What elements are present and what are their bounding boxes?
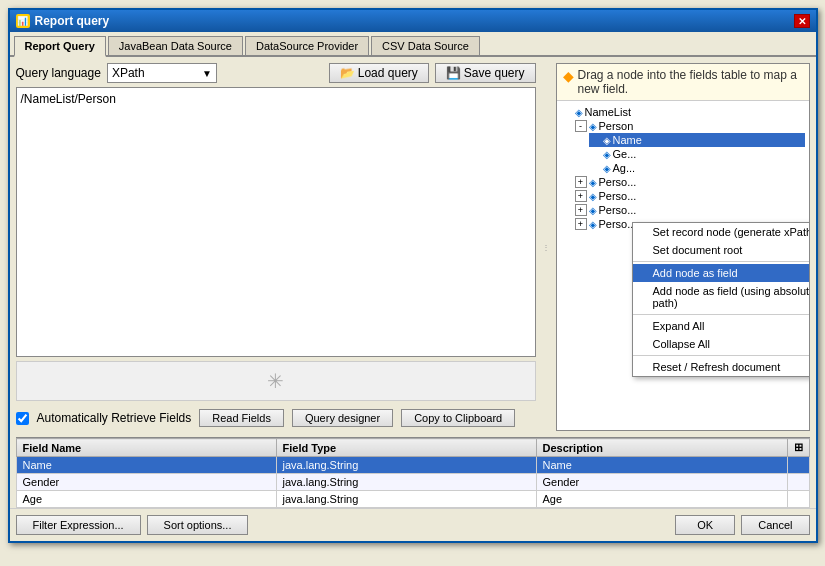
dropdown-arrow-icon: ▼	[202, 68, 212, 79]
loading-area: ✳	[16, 361, 536, 401]
spinner-icon: ✳	[267, 369, 284, 393]
main-content: Query language XPath ▼ 📂 Load query 💾 Sa…	[10, 57, 816, 437]
cell-scroll	[787, 491, 809, 508]
retrieve-fields-row: Automatically Retrieve Fields Read Field…	[16, 405, 536, 431]
hint-area: ◆ Drag a node into the fields table to m…	[557, 64, 809, 101]
node-icon: ◈	[603, 135, 611, 146]
hint-text: Drag a node into the fields table to map…	[578, 68, 803, 96]
node-icon: ◈	[589, 219, 597, 230]
ctx-reset-refresh[interactable]: Reset / Refresh document	[633, 358, 810, 376]
tree-node-label: Perso...	[599, 204, 637, 216]
title-bar: 📊 Report query ✕	[10, 10, 816, 32]
tree-node-person[interactable]: - ◈ Person	[575, 119, 805, 133]
cell-description: Gender	[536, 474, 787, 491]
cell-field-name: Age	[16, 491, 276, 508]
tab-bar: Report Query JavaBean Data Source DataSo…	[10, 32, 816, 57]
ctx-separator1	[633, 261, 810, 262]
sort-options-button[interactable]: Sort options...	[147, 515, 249, 535]
save-icon: 💾	[446, 66, 461, 80]
tree-expander[interactable]: +	[575, 190, 587, 202]
table-row[interactable]: Name java.lang.String Name	[16, 457, 809, 474]
splitter[interactable]: ⋮	[542, 63, 550, 431]
node-icon: ◈	[575, 107, 583, 118]
query-language-row: Query language XPath ▼ 📂 Load query 💾 Sa…	[16, 63, 536, 83]
ctx-separator2	[633, 314, 810, 315]
ctx-collapse-all[interactable]: Collapse All	[633, 335, 810, 353]
tree-node-label: Ge...	[613, 148, 637, 160]
load-icon: 📂	[340, 66, 355, 80]
main-window: 📊 Report query ✕ Report Query JavaBean D…	[8, 8, 818, 543]
tree-node-label: Perso...	[599, 176, 637, 188]
tree-node-label: Ag...	[613, 162, 636, 174]
filter-expression-button[interactable]: Filter Expression...	[16, 515, 141, 535]
tree-node-person4[interactable]: + ◈ Perso...	[575, 203, 805, 217]
tree-expander[interactable]: +	[575, 176, 587, 188]
close-button[interactable]: ✕	[794, 14, 810, 28]
cancel-button[interactable]: Cancel	[741, 515, 809, 535]
tab-datasource-provider[interactable]: DataSource Provider	[245, 36, 369, 55]
tree-node-name[interactable]: ◈ Name	[589, 133, 805, 147]
ctx-add-node-absolute[interactable]: Add node as field (using absolute path)	[633, 282, 810, 312]
col-field-type: Field Type	[276, 439, 536, 457]
bottom-right-buttons: OK Cancel	[675, 515, 809, 535]
copy-clipboard-button[interactable]: Copy to Clipboard	[401, 409, 515, 427]
cell-description: Name	[536, 457, 787, 474]
fields-table: Field Name Field Type Description ⊞ Name…	[16, 438, 810, 508]
node-icon: ◈	[603, 149, 611, 160]
context-menu: Set record node (generate xPath) Set doc…	[632, 222, 810, 377]
tree-node-label: Person	[599, 120, 634, 132]
table-row[interactable]: Gender java.lang.String Gender	[16, 474, 809, 491]
col-description: Description	[536, 439, 787, 457]
tree-expander[interactable]: +	[575, 218, 587, 230]
query-lang-select[interactable]: XPath ▼	[107, 63, 217, 83]
col-field-name: Field Name	[16, 439, 276, 457]
bottom-left-buttons: Filter Expression... Sort options...	[16, 515, 249, 535]
query-text-area[interactable]: /NameList/Person	[16, 87, 536, 357]
ok-button[interactable]: OK	[675, 515, 735, 535]
tree-node-age[interactable]: ◈ Ag...	[589, 161, 805, 175]
ctx-set-document-root[interactable]: Set document root	[633, 241, 810, 259]
cell-field-name: Name	[16, 457, 276, 474]
load-query-button[interactable]: 📂 Load query	[329, 63, 429, 83]
auto-retrieve-checkbox[interactable]	[16, 412, 29, 425]
node-icon: ◈	[589, 191, 597, 202]
cell-field-type: java.lang.String	[276, 457, 536, 474]
tab-report-query[interactable]: Report Query	[14, 36, 106, 57]
cell-field-type: java.lang.String	[276, 491, 536, 508]
tree-expander[interactable]: -	[575, 120, 587, 132]
tab-csv[interactable]: CSV Data Source	[371, 36, 480, 55]
node-icon: ◈	[589, 121, 597, 132]
bottom-buttons: Filter Expression... Sort options... OK …	[10, 508, 816, 541]
query-lang-label: Query language	[16, 66, 101, 80]
read-fields-button[interactable]: Read Fields	[199, 409, 284, 427]
save-query-button[interactable]: 💾 Save query	[435, 63, 536, 83]
tree-node-person2[interactable]: + ◈ Perso...	[575, 175, 805, 189]
tree-node-label: NameList	[585, 106, 631, 118]
window-icon: 📊	[16, 14, 30, 28]
cell-description: Age	[536, 491, 787, 508]
tree-node-gender[interactable]: ◈ Ge...	[589, 147, 805, 161]
table-row[interactable]: Age java.lang.String Age	[16, 491, 809, 508]
ctx-set-record-node[interactable]: Set record node (generate xPath)	[633, 223, 810, 241]
ctx-expand-all[interactable]: Expand All	[633, 317, 810, 335]
tree-node-label: Perso...	[599, 190, 637, 202]
tab-javabean[interactable]: JavaBean Data Source	[108, 36, 243, 55]
cell-field-name: Gender	[16, 474, 276, 491]
right-panel: ◆ Drag a node into the fields table to m…	[556, 63, 810, 431]
tree-expander[interactable]: +	[575, 204, 587, 216]
tree-node-namelist[interactable]: ◈ NameList	[561, 105, 805, 119]
query-text: /NameList/Person	[21, 92, 116, 106]
ctx-add-node-as-field[interactable]: Add node as field	[633, 264, 810, 282]
tree-node-person3[interactable]: + ◈ Perso...	[575, 189, 805, 203]
cell-scroll	[787, 457, 809, 474]
fields-section: Field Name Field Type Description ⊞ Name…	[16, 437, 810, 508]
cell-scroll	[787, 474, 809, 491]
window-title: Report query	[35, 14, 110, 28]
auto-retrieve-label: Automatically Retrieve Fields	[37, 411, 192, 425]
cell-field-type: java.lang.String	[276, 474, 536, 491]
node-icon: ◈	[603, 163, 611, 174]
query-designer-button[interactable]: Query designer	[292, 409, 393, 427]
col-scroll[interactable]: ⊞	[787, 439, 809, 457]
query-lang-value: XPath	[112, 66, 145, 80]
info-icon: ◆	[563, 68, 574, 84]
